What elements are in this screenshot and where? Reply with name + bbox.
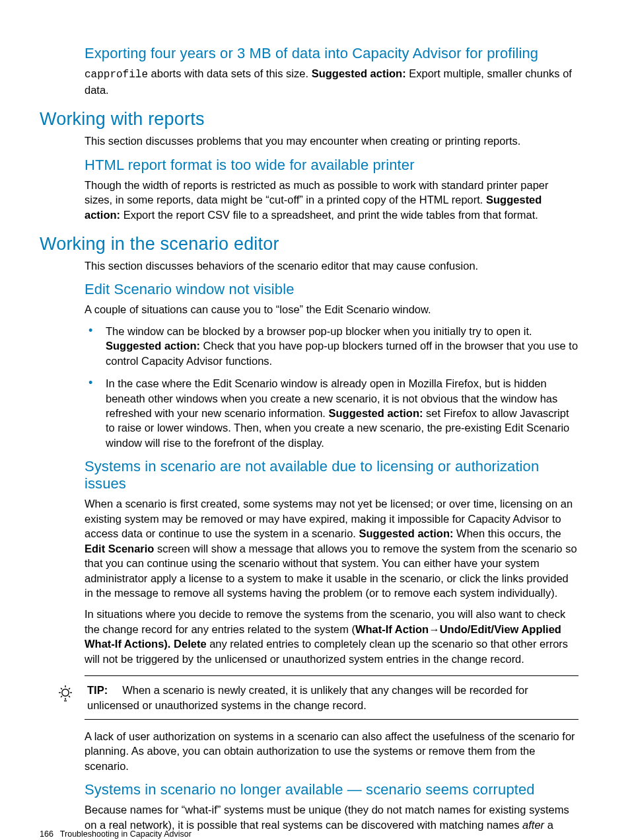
para-corrupted: Because names for “what-if” systems must… [85, 802, 578, 832]
list-item: In the case where the Edit Scenario wind… [85, 376, 578, 450]
heading-corrupted: Systems in scenario no longer available … [85, 781, 578, 798]
italic-after: after [522, 819, 544, 831]
text: screen will show a message that allows y… [85, 543, 577, 599]
tip-box: TIP: When a scenario is newly created, i… [85, 675, 578, 720]
text: aborts with data sets of this size. [148, 67, 312, 79]
svg-line-7 [61, 696, 62, 697]
text: Though the width of reports is restricte… [85, 179, 549, 206]
heading-exporting: Exporting four years or 3 MB of data int… [85, 45, 578, 62]
lightbulb-icon [57, 684, 74, 703]
text: Export the report CSV file to a spreadsh… [120, 209, 538, 221]
bold-suggested: Suggested action: [106, 340, 200, 352]
para-reports-intro: This section discusses problems that you… [85, 134, 578, 148]
svg-line-8 [69, 688, 70, 689]
para-exporting: capprofile aborts with data sets of this… [85, 66, 578, 97]
svg-line-5 [61, 688, 62, 689]
para-scenario-intro: This section discusses behaviors of the … [85, 258, 578, 273]
tip-icon-col [53, 683, 78, 703]
code-capprofile: capprofile [85, 69, 148, 81]
bold-suggested: Suggested action: [359, 527, 453, 539]
bold-suggested: Suggested action: [312, 67, 406, 79]
text: The window can be blocked by a browser p… [106, 325, 532, 337]
para-html-report: Though the width of reports is restricte… [85, 178, 578, 222]
heading-working-reports: Working with reports [40, 109, 578, 130]
text: Because names for “what-if” systems must… [85, 804, 569, 830]
para-edit-window: A couple of situations can cause you to … [85, 302, 578, 317]
para-licensing-3: A lack of user authorization on systems … [85, 729, 578, 773]
heading-scenario-editor: Working in the scenario editor [40, 234, 578, 254]
text: When this occurs, the [454, 527, 561, 539]
bold-whatif: What-If Action [355, 623, 429, 635]
list-edit-window: The window can be blocked by a browser p… [85, 324, 578, 451]
arrow: → [429, 623, 440, 635]
para-licensing-2: In situations where you decide to remove… [85, 607, 578, 666]
page-number: 166 [40, 829, 53, 839]
heading-licensing: Systems in scenario are not available du… [85, 458, 578, 492]
heading-edit-window: Edit Scenario window not visible [85, 281, 578, 298]
tip-text-col: TIP: When a scenario is newly created, i… [87, 683, 578, 712]
svg-line-6 [69, 696, 70, 697]
bold-edit-scenario: Edit Scenario [85, 543, 154, 554]
footer-title: Troubleshooting in Capacity Advisor [60, 829, 192, 839]
tip-label: TIP: [87, 683, 116, 697]
heading-html-report: HTML report format is too wide for avail… [85, 157, 578, 174]
para-licensing-1: When a scenario is first created, some s… [85, 496, 578, 600]
text: a [544, 819, 553, 831]
svg-point-0 [62, 689, 69, 696]
tip-text: When a scenario is newly created, it is … [87, 684, 528, 710]
bold-suggested: Suggested action: [329, 407, 423, 419]
list-item: The window can be blocked by a browser p… [85, 324, 578, 368]
page-footer: 166Troubleshooting in Capacity Advisor [40, 829, 192, 839]
